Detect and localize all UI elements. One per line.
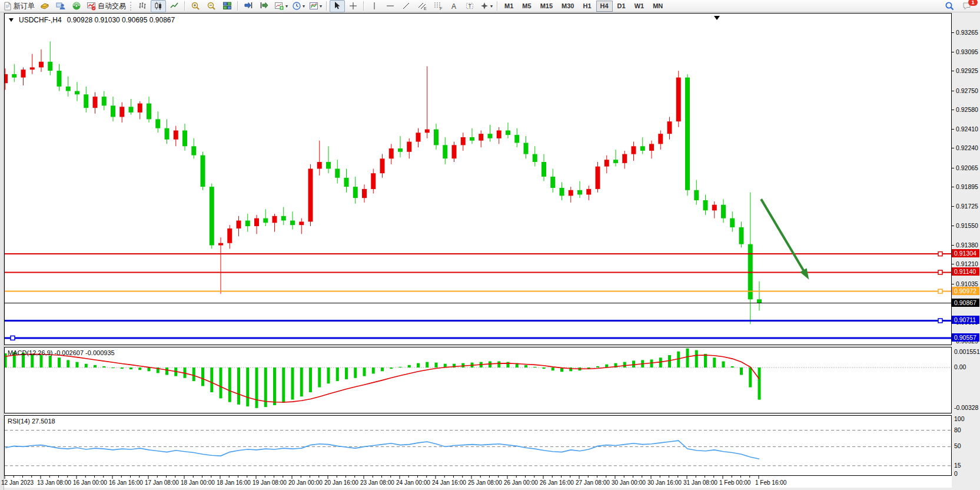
clock-icon (292, 1, 301, 11)
rsi-axis-label: 100 (954, 415, 965, 422)
symbol-period-label: USDCHF-,H4 (19, 16, 62, 24)
time-label: 13 Jan 08:00 (37, 479, 71, 486)
macd-signal-line (5, 354, 759, 402)
timeframe-button-m15[interactable]: M15 (536, 1, 557, 12)
toolbar-separator (326, 1, 327, 11)
price-axis-tick: 0.91895 (952, 183, 978, 190)
hline-drag-handle[interactable] (938, 252, 942, 256)
chart-menu-triangle-icon[interactable] (9, 18, 14, 22)
hline-drag-handle[interactable] (938, 289, 942, 293)
time-label: 27 Jan 08:00 (576, 479, 610, 486)
hline-drag-handle[interactable] (11, 336, 15, 340)
indicators-plus-icon (274, 1, 284, 11)
signals-button[interactable] (69, 0, 84, 12)
signal-sonar-icon (72, 1, 81, 11)
time-label: 24 Jan 16:00 (432, 479, 466, 486)
timeframe-button-h1[interactable]: H1 (579, 1, 595, 12)
auto-scroll-button[interactable] (257, 0, 272, 12)
svg-text:A: A (451, 2, 456, 11)
autotrade-label: 自动交易 (98, 1, 126, 11)
toolbar-right-group: 1 (942, 0, 975, 12)
fibonacci-icon: F (433, 1, 443, 11)
timeframe-button-mn[interactable]: MN (649, 1, 667, 12)
equidistant-channel-tool-button[interactable]: E (414, 0, 430, 12)
fibonacci-tool-button[interactable]: F (430, 0, 446, 12)
horizontal-line-icon (386, 1, 395, 11)
horizontal-price-lines (5, 252, 951, 340)
tick-dash (952, 52, 954, 52)
time-label: 31 Jan 08:00 (683, 479, 717, 486)
time-label: 16 Jan 00:00 (73, 479, 107, 486)
ohlc-bars-icon (138, 1, 147, 11)
toolbar-grip (130, 2, 132, 11)
hline-drag-handle[interactable] (938, 270, 942, 274)
macd-axis-label: 0.00 (954, 363, 966, 370)
tick-dash (952, 71, 954, 71)
autotrade-button[interactable]: 自动交易 (85, 0, 128, 12)
candlestick-mode-button[interactable] (151, 0, 166, 12)
text-tool-button[interactable]: A (446, 0, 461, 12)
window-left-border (0, 12, 4, 490)
tick-dash (952, 187, 954, 187)
price-axis-tick: 0.92240 (952, 144, 978, 151)
zoom-in-button[interactable] (188, 0, 203, 12)
time-label: 25 Jan 08:00 (468, 479, 502, 486)
price-axis-tick: 0.92925 (952, 67, 978, 74)
time-label: 24 Jan 00:00 (396, 479, 430, 486)
cursor-arrow-icon (333, 1, 342, 11)
svg-text:F: F (440, 6, 442, 11)
macd-pane: MACD(12,26,9) -0.002607 -0.000935 (4, 347, 952, 413)
cursor-button[interactable] (330, 0, 345, 12)
terminal-button[interactable] (53, 0, 68, 12)
timeframe-button-w1[interactable]: W1 (630, 1, 649, 12)
price-axis-tick: 0.92580 (952, 106, 978, 113)
notifications-button[interactable]: 1 (959, 0, 975, 12)
horizontal-line-tool-button[interactable] (383, 0, 398, 12)
candles-series (5, 41, 762, 324)
macd-canvas[interactable] (5, 347, 951, 413)
search-button[interactable] (942, 0, 957, 12)
timeframe-button-m5[interactable]: M5 (518, 1, 535, 12)
bar-chart-mode-button[interactable] (135, 0, 150, 12)
autotrade-icon (87, 1, 96, 11)
arrows-tool-button[interactable]: ▾ (478, 0, 494, 12)
indicators-button[interactable]: ▾ (273, 0, 290, 12)
search-icon (945, 1, 955, 11)
chart-shift-button[interactable] (241, 0, 256, 12)
text-label-icon: T (465, 1, 474, 11)
time-axis[interactable]: 12 Jan 202313 Jan 08:0016 Jan 00:0016 Ja… (4, 476, 952, 488)
timeframe-button-m1[interactable]: M1 (500, 1, 517, 12)
crosshair-button[interactable] (346, 0, 361, 12)
time-label: 1 Feb 00:00 (719, 479, 750, 486)
timeframe-button-m30[interactable]: M30 (557, 1, 578, 12)
chart-shift-marker[interactable] (714, 16, 720, 20)
ohlc-quote-label: 0.90928 0.91030 0.90695 0.90867 (67, 16, 175, 24)
new-order-label: 新订单 (14, 1, 35, 11)
price-axis[interactable]: 0.932650.930950.929250.927500.925800.924… (952, 13, 980, 476)
macd-label: MACD(12,26,9) -0.002607 -0.000935 (8, 349, 115, 356)
hline-drag-handle[interactable] (938, 319, 942, 323)
time-label: 26 Jan 16:00 (540, 479, 574, 486)
price-line-label: 0.90972 (952, 287, 979, 295)
time-label: 23 Jan 08:00 (360, 479, 394, 486)
time-label: 18 Jan 16:00 (217, 479, 251, 486)
line-chart-mode-button[interactable] (167, 0, 182, 12)
trendline-tool-button[interactable] (398, 0, 414, 12)
periods-button[interactable]: ▾ (290, 0, 307, 12)
templates-button[interactable]: ▾ (307, 0, 324, 12)
crosshair-icon (348, 1, 358, 11)
timeframe-button-d1[interactable]: D1 (613, 1, 630, 12)
timeframe-button-h4[interactable]: H4 (596, 1, 613, 12)
tick-dash (952, 284, 954, 284)
main-chart-canvas[interactable] (5, 14, 951, 345)
text-icon: A (449, 1, 459, 11)
vertical-line-tool-button[interactable] (367, 0, 382, 12)
zoom-out-button[interactable] (204, 0, 219, 12)
tick-dash (952, 206, 954, 207)
market-book-button[interactable] (37, 0, 52, 12)
tick-dash (952, 148, 954, 148)
new-order-button[interactable]: 新订单 (2, 0, 36, 12)
rsi-canvas[interactable] (5, 416, 951, 475)
tile-windows-button[interactable] (220, 0, 235, 12)
text-label-tool-button[interactable]: T (462, 0, 477, 12)
